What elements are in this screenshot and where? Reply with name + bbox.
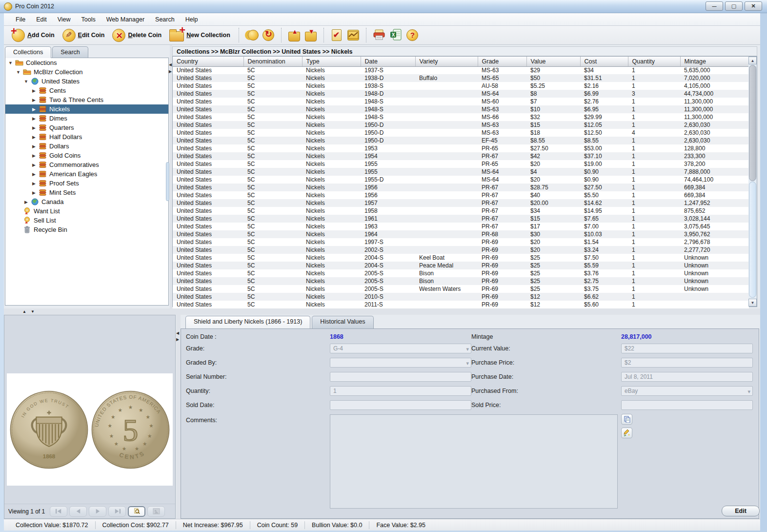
table-row[interactable]: United States5CNickels1955-DMS-64$20$0.9… <box>173 176 749 184</box>
menu-file[interactable]: File <box>11 15 30 24</box>
tab-shield-liberty-nickels[interactable]: Shield and Liberty Nickels (1866 - 1913) <box>185 316 310 328</box>
delete-coin-button[interactable]: Delete Coin <box>108 27 165 44</box>
table-row[interactable]: United States5CNickels1954PR-67$42$37.10… <box>173 152 749 160</box>
column-header-mintage[interactable]: Mintage <box>680 57 749 66</box>
purchase-date-field[interactable]: Jul 8, 2011 <box>621 372 753 382</box>
tab-historical-values[interactable]: Historical Values <box>312 316 373 328</box>
tree-item-dollars[interactable]: Dollars <box>5 142 168 151</box>
splitter-collapse-up-icon[interactable]: ▲ <box>22 309 26 314</box>
splitter-collapse-left-icon[interactable]: ◀ <box>176 331 179 335</box>
help-button[interactable] <box>404 27 421 43</box>
tree-item-recycle-bin[interactable]: Recycle Bin <box>5 225 168 234</box>
edit-button[interactable]: Edit <box>722 506 760 516</box>
serial-number-field[interactable] <box>330 372 471 382</box>
close-button[interactable] <box>745 1 762 11</box>
table-row[interactable]: United States5CNickels2011-SPR-69$12$5.6… <box>173 301 749 308</box>
import-box-button[interactable] <box>303 27 319 43</box>
tree-toggle-icon[interactable] <box>31 144 37 149</box>
duplicate-coins-button[interactable] <box>243 27 260 43</box>
table-row[interactable]: United States5CNickels1938-DBuffaloMS-65… <box>173 74 749 82</box>
sidebar-scrollbar-thumb[interactable] <box>166 162 169 201</box>
tree-toggle-icon[interactable] <box>23 79 29 84</box>
tree-item-quarters[interactable]: Quarters <box>5 123 168 132</box>
bottom-vertical-splitter[interactable]: ◀ ▶ <box>176 315 181 519</box>
column-header-value[interactable]: Value <box>526 57 580 66</box>
table-row[interactable]: United States5CNickels1957PR-67$20.00$14… <box>173 199 749 207</box>
table-row[interactable]: United States5CNickels1950-DMS-63$18$12.… <box>173 129 749 137</box>
sold-price-field[interactable] <box>621 400 753 410</box>
rotate-coin-button[interactable] <box>260 27 277 43</box>
tree-item-gold-coins[interactable]: Gold Coins <box>5 151 168 160</box>
horizontal-splitter[interactable]: ▲ ▼ <box>4 308 760 315</box>
tree-toggle-icon[interactable] <box>31 135 37 140</box>
checklist-button[interactable] <box>328 27 345 43</box>
table-row[interactable]: United States5CNickels2002-SPR-69$20$3.2… <box>173 246 749 254</box>
scroll-up-icon[interactable]: ▲ <box>748 57 757 64</box>
tree-toggle-icon[interactable] <box>16 70 21 75</box>
table-row[interactable]: United States5CNickels1955PR-65$20$19.00… <box>173 160 749 168</box>
menu-search[interactable]: Search <box>150 15 180 24</box>
tree-toggle-icon[interactable] <box>31 190 37 195</box>
purchase-price-field[interactable]: $2 <box>621 358 753 368</box>
table-row[interactable]: United States5CNickels1956PR-67$28.75$27… <box>173 184 749 191</box>
tree-toggle-icon[interactable] <box>31 181 37 186</box>
splitter-collapse-right-icon[interactable]: ▶ <box>176 337 179 342</box>
tree-item-sell-list[interactable]: Sell List <box>5 216 168 225</box>
tree-item-half-dollars[interactable]: Half Dollars <box>5 132 168 142</box>
table-row[interactable]: United States5CNickels1948-SMS-60$7$2.76… <box>173 98 749 105</box>
table-row[interactable]: United States5CNickels1950-DEF-45$8.55$8… <box>173 137 749 144</box>
tree-item-want-list[interactable]: Want List <box>5 206 168 216</box>
tab-collections[interactable]: Collections <box>5 46 51 58</box>
table-row[interactable]: United States5CNickels1963PR-67$17$7.001… <box>173 223 749 230</box>
tree-item-nickels[interactable]: Nickels <box>5 104 168 114</box>
tree-item-canada[interactable]: Canada <box>5 197 168 206</box>
column-header-grade[interactable]: Grade <box>478 57 526 66</box>
tree-toggle-icon[interactable] <box>31 163 37 167</box>
minimize-button[interactable] <box>706 1 723 11</box>
image-placeholder-button[interactable] <box>147 506 165 517</box>
tree-item-dimes[interactable]: Dimes <box>5 114 168 123</box>
grade-combo[interactable]: G-4 <box>330 344 471 353</box>
current-value-field[interactable]: $22 <box>621 344 753 353</box>
tree-toggle-icon[interactable] <box>31 172 37 177</box>
menu-tools[interactable]: Tools <box>77 15 101 24</box>
scrollbar-track[interactable] <box>749 182 756 298</box>
tree-toggle-icon[interactable] <box>23 200 29 205</box>
column-header-date[interactable]: Date <box>361 57 415 66</box>
table-row[interactable]: United States5CNickels2005-SWestern Wate… <box>173 285 749 293</box>
tree-item-american-eagles[interactable]: American Eagles <box>5 169 168 179</box>
previous-image-button[interactable] <box>69 506 87 517</box>
column-header-variety[interactable]: Variety <box>415 57 478 66</box>
next-image-button[interactable] <box>89 506 106 517</box>
graded-by-combo[interactable] <box>330 358 471 368</box>
tree-toggle-icon[interactable] <box>31 107 37 112</box>
tree-toggle-icon[interactable] <box>31 98 37 102</box>
table-row[interactable]: United States5CNickels1950-DMS-63$15$12.… <box>173 121 749 129</box>
new-collection-button[interactable]: New Collection <box>165 27 234 43</box>
quantity-field[interactable]: 1 <box>330 386 471 396</box>
tree-item-two-three-cents[interactable]: Two & Three Cents <box>5 95 168 104</box>
menu-help[interactable]: Help <box>181 15 203 24</box>
table-row[interactable]: United States5CNickels2004-SPeace MedalP… <box>173 262 749 269</box>
table-row[interactable]: United States5CNickels2004-SKeel BoatPR-… <box>173 254 749 262</box>
edit-coin-button[interactable]: Edit Coin <box>59 27 109 44</box>
table-row[interactable]: United States5CNickels1938-SAU-58$5.25$2… <box>173 82 749 90</box>
splitter-collapse-left-icon[interactable]: ◀ <box>169 62 172 67</box>
tree-item-united-states[interactable]: United States <box>5 77 168 86</box>
chart-button[interactable] <box>345 27 362 43</box>
comments-field[interactable] <box>330 414 618 509</box>
table-row[interactable]: United States5CNickels1955MS-64$4$0.9017… <box>173 168 749 176</box>
table-row[interactable]: United States5CNickels2010-SPR-69$12$6.6… <box>173 293 749 301</box>
tree-toggle-icon[interactable] <box>31 153 37 158</box>
purchased-from-combo[interactable]: eBay <box>621 386 753 396</box>
column-header-denomination[interactable]: Denomination <box>243 57 302 66</box>
tree-item-cents[interactable]: Cents <box>5 86 168 95</box>
table-row[interactable]: United States5CNickels1937-SMS-63$29$341… <box>173 66 749 74</box>
menu-edit[interactable]: Edit <box>31 15 52 24</box>
table-row[interactable]: United States5CNickels1958PR-67$34$14.95… <box>173 207 749 215</box>
splitter-collapse-right-icon[interactable]: ▶ <box>169 69 172 74</box>
table-row[interactable]: United States5CNickels1948-SMS-63$10$6.9… <box>173 105 749 113</box>
spellcheck-button[interactable] <box>621 428 632 438</box>
zoom-image-button[interactable] <box>128 506 145 517</box>
tree-item-commemoratives[interactable]: Commemoratives <box>5 160 168 169</box>
